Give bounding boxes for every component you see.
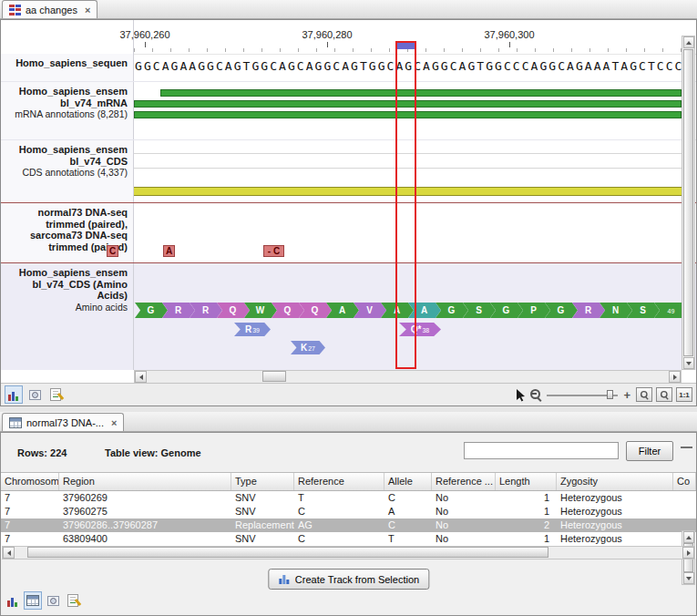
ruler-ticks: 37,960,260 37,960,280 37,960,300 — [1, 20, 696, 54]
column-header[interactable]: Region — [59, 473, 231, 490]
mrna-annotation-bar[interactable] — [134, 100, 682, 108]
table-body: 7 37960269 SNV T C No 1 Heterozygous 7 3… — [1, 491, 696, 546]
table-horizontal-scrollbar[interactable] — [2, 546, 695, 560]
zoom-in-icon[interactable]: + — [623, 388, 630, 402]
close-tab-icon[interactable]: × — [111, 417, 117, 428]
cell-type: Replacement — [231, 518, 294, 532]
scroll-left-button[interactable] — [3, 547, 15, 559]
track-list-icon — [9, 5, 21, 15]
dna-sequence[interactable]: GGCAGAAGGCAGTGGCAGCAGGCAGTGGCAGCAGGCAGTG… — [135, 59, 682, 73]
cell-reference-allele: No — [432, 532, 496, 546]
scroll-up-button[interactable] — [683, 531, 694, 543]
scroll-right-button[interactable] — [682, 547, 694, 559]
scroll-left-button[interactable] — [135, 371, 147, 383]
column-header[interactable]: Chromosome — [1, 473, 59, 490]
column-header[interactable]: Zygosity — [557, 473, 673, 490]
table-view-label: Table view: Genome — [105, 447, 201, 458]
reads-track-content: CA- C — [1, 203, 696, 262]
chart-view-button[interactable] — [4, 591, 22, 610]
amino-acid-variant-arrow[interactable]: R39 — [234, 323, 271, 336]
column-header[interactable]: Co — [673, 473, 696, 490]
sequence-track-content[interactable]: GGCAGAAGGCAGTGGCAGCAGGCAGTGGCAGCAGGCAGTG… — [134, 54, 682, 81]
browser-vertical-scrollbar[interactable] — [682, 36, 695, 370]
track-layout-button[interactable] — [5, 385, 23, 404]
scrollbar-thumb[interactable] — [27, 547, 548, 558]
create-track-button[interactable]: Create Track from Selection — [268, 569, 429, 590]
overview-button[interactable] — [44, 591, 62, 610]
scroll-right-button[interactable] — [669, 371, 681, 383]
column-header[interactable]: Reference — [294, 473, 384, 490]
mrna-annotation-bar[interactable] — [134, 111, 682, 118]
variant-call[interactable]: - C — [263, 245, 284, 257]
track-label-line: Homo_sapiens_ensem — [3, 144, 128, 156]
fit-width-button[interactable] — [656, 387, 672, 402]
browser-horizontal-scrollbar[interactable] — [134, 370, 682, 384]
variant-call[interactable]: A — [163, 245, 175, 257]
column-header[interactable]: Allele — [384, 473, 432, 490]
scrollbar-thumb[interactable] — [683, 49, 693, 356]
rows-count: Rows: 224 — [17, 447, 67, 458]
zoom-slider[interactable] — [547, 388, 618, 401]
chart-icon — [6, 595, 19, 607]
cell-reference-allele: No — [432, 491, 496, 505]
track-label-line: bl_v74_CDS — [3, 156, 128, 168]
amino-acid-variant-arrow[interactable]: K27 — [291, 341, 325, 354]
column-header[interactable]: Type — [231, 473, 294, 490]
table-row[interactable]: 7 37960269 SNV T C No 1 Heterozygous — [1, 491, 696, 505]
zoom-to-selection-button[interactable] — [636, 387, 652, 402]
table-row[interactable]: 7 37960286..37960287 Replacement AG C No… — [1, 518, 696, 532]
view-switcher — [4, 591, 82, 610]
cell-allele: C — [384, 518, 432, 532]
scroll-down-button[interactable] — [683, 357, 694, 369]
filter-input[interactable] — [464, 442, 619, 459]
amino-acid-number: 27 — [308, 345, 315, 352]
filter-options-icon[interactable] — [680, 445, 693, 457]
scroll-up-button[interactable] — [683, 36, 694, 48]
ruler-tick-label: 37,960,300 — [484, 29, 534, 40]
column-header[interactable]: Length — [496, 473, 557, 490]
mrna-track-content — [134, 82, 682, 139]
filter-button[interactable]: Filter — [626, 441, 673, 461]
genome-ruler: 37,960,260 37,960,280 37,960,300 — [1, 20, 696, 55]
scrollbar-track[interactable] — [15, 547, 682, 559]
track-label-line: Amino acids — [3, 302, 128, 313]
overview-button[interactable] — [26, 385, 44, 404]
amino-acid-number: 39 — [252, 327, 260, 334]
amino-acid-number: 38 — [422, 327, 429, 334]
table-tab-bar: normal73 DNA-... × — [0, 412, 697, 432]
cell-chromosome: 7 — [1, 532, 59, 546]
annotate-button[interactable] — [46, 385, 65, 404]
cell-chromosome: 7 — [1, 491, 59, 505]
table-view-button[interactable] — [24, 591, 42, 610]
table-row[interactable]: 7 37960275 SNV C A No 1 Heterozygous — [1, 505, 696, 518]
scroll-down-button[interactable] — [683, 572, 694, 584]
cell-chromosome: 7 — [1, 518, 59, 532]
annotate-button[interactable] — [64, 591, 82, 610]
cursor-icon[interactable] — [516, 388, 526, 402]
up-arrow-icon — [686, 41, 692, 45]
tab-normal73-table[interactable]: normal73 DNA-... × — [2, 413, 124, 431]
ruler-tick-mark — [509, 42, 510, 47]
track-chart-icon — [7, 389, 20, 401]
ruler-tick-mark — [327, 42, 328, 47]
table-row[interactable]: 7 63809400 SNV C T No 1 Heterozygous — [1, 532, 696, 546]
scrollbar-thumb[interactable] — [262, 371, 286, 382]
mrna-annotation-bar[interactable] — [160, 89, 682, 97]
cell-allele: A — [384, 505, 432, 518]
track-label-line: CDS annotations (4,337) — [3, 167, 128, 179]
variant-call[interactable]: C — [107, 245, 118, 257]
tab-aa-changes[interactable]: aa changes × — [2, 0, 97, 18]
cell-type: SNV — [231, 532, 294, 546]
cds-annotation-bar[interactable] — [134, 187, 682, 196]
cell-extra — [673, 491, 696, 505]
zoom-100-button[interactable]: 1:1 — [676, 387, 692, 402]
cell-type: SNV — [231, 491, 294, 505]
column-header[interactable]: Reference ... — [432, 473, 496, 490]
amino-acid-variant-arrow[interactable]: Q*38 — [399, 323, 441, 336]
cell-zygosity: Heterozygous — [557, 518, 673, 532]
close-tab-icon[interactable]: × — [85, 5, 90, 15]
tab-label: aa changes — [26, 5, 77, 15]
zoom-slider-thumb[interactable] — [607, 390, 613, 399]
scrollbar-track[interactable] — [147, 371, 669, 383]
zoom-out-icon[interactable] — [529, 388, 543, 402]
